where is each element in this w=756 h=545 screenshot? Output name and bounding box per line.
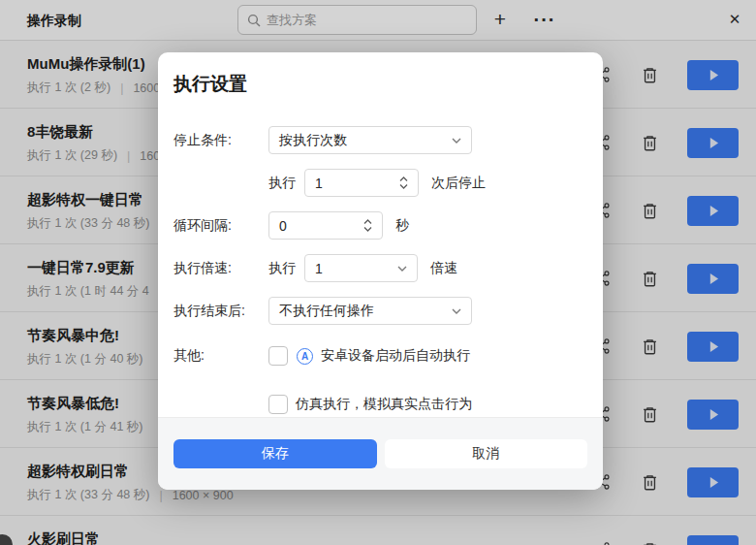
speed-label: 执行倍速:: [173, 260, 268, 277]
dialog-footer: 保存 取消: [158, 417, 603, 490]
speed-suffix-label: 倍速: [430, 260, 457, 277]
after-end-row: 执行结束后: 不执行任何操作: [173, 297, 587, 325]
dialog-title: 执行设置: [173, 72, 587, 97]
autostart-checkbox[interactable]: [268, 346, 288, 366]
exec-suffix-label: 次后停止: [431, 175, 486, 192]
autostart-text: 安卓设备启动后自动执行: [321, 347, 470, 365]
execution-settings-dialog: 执行设置 停止条件: 按执行次数 执行 1 次后停止: [158, 52, 603, 490]
exec-count-stepper[interactable]: 1: [304, 169, 419, 197]
chevron-down-icon: [397, 266, 407, 272]
operation-recording-window: 操作录制 查找方案 + ··· ✕ MuMu操作录制(1)执行 1 次 (2 秒…: [0, 0, 756, 545]
after-end-value: 不执行任何操作: [279, 303, 374, 320]
stop-condition-value: 按执行次数: [279, 132, 347, 149]
loop-interval-row: 循环间隔: 0 秒: [173, 211, 587, 240]
stepper-arrows-icon[interactable]: [363, 219, 372, 232]
loop-interval-stepper[interactable]: 0: [268, 211, 383, 240]
simulate-text: 仿真执行，模拟真实点击行为: [296, 396, 472, 413]
after-end-select[interactable]: 不执行任何操作: [268, 297, 472, 325]
save-button[interactable]: 保存: [173, 439, 377, 468]
loop-interval-label: 循环间隔:: [173, 217, 268, 235]
speed-prefix-label: 执行: [268, 260, 296, 277]
chevron-down-icon: [452, 308, 461, 314]
simulate-checkbox[interactable]: [268, 395, 288, 414]
simulate-row: 仿真执行，模拟真实点击行为: [173, 391, 587, 418]
speed-row: 执行倍速: 执行 1 倍速: [173, 254, 587, 282]
after-end-label: 执行结束后:: [173, 303, 268, 320]
loop-interval-value: 0: [279, 218, 287, 234]
stop-condition-row: 停止条件: 按执行次数: [173, 126, 587, 154]
chevron-down-icon: [452, 138, 461, 144]
speed-select[interactable]: 1: [304, 254, 418, 282]
exec-count-row: 执行 1 次后停止: [173, 169, 587, 197]
other-label: 其他:: [173, 347, 268, 365]
stop-condition-label: 停止条件:: [173, 132, 268, 149]
stepper-arrows-icon[interactable]: [399, 176, 408, 189]
stop-condition-select[interactable]: 按执行次数: [268, 126, 472, 154]
exec-prefix-label: 执行: [268, 175, 296, 192]
cancel-button[interactable]: 取消: [385, 439, 588, 468]
android-autostart-icon: A: [297, 348, 313, 365]
loop-interval-unit: 秒: [395, 217, 409, 235]
speed-value: 1: [315, 261, 323, 276]
autostart-row: 其他: A 安卓设备启动后自动执行: [173, 342, 587, 369]
exec-count-value: 1: [315, 176, 323, 191]
